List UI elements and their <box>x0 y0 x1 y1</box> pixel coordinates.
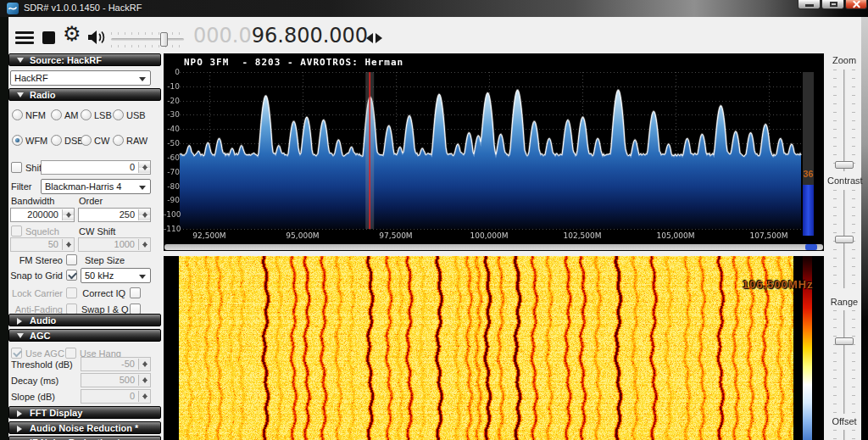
sdrsharp-app: SDR# v1.0.0.1450 - HackRF ⚙ 000.096.800.… <box>0 0 868 440</box>
menu-button[interactable] <box>15 31 34 44</box>
window-title: SDR# v1.0.0.1450 - HackRF <box>24 3 142 13</box>
correct-iq-checkbox[interactable] <box>130 287 141 298</box>
slope-label: Slope (dB) <box>11 392 55 402</box>
slope-input[interactable]: 0 <box>81 389 151 404</box>
y-axis-label: -110 <box>164 225 180 233</box>
band-scrollbar-thumb[interactable] <box>805 244 817 250</box>
contrast-slider-thumb[interactable] <box>835 236 854 243</box>
fm-stereo-checkbox[interactable] <box>66 254 77 265</box>
order-input[interactable]: 250 <box>78 208 151 222</box>
offset-slider[interactable] <box>827 430 861 440</box>
cw-shift-input[interactable]: 1000 <box>78 237 151 252</box>
waterfall-canvas[interactable] <box>164 256 824 440</box>
filter-dropdown[interactable]: Blackman-Harris 4 <box>41 179 151 194</box>
frequency-leading-zeros: 000.0 <box>193 24 252 47</box>
fm-stereo-label: FM Stereo <box>8 255 63 265</box>
y-axis-label: -80 <box>164 182 180 191</box>
radio-mode-wfm[interactable] <box>12 135 23 146</box>
zoom-slider-label: Zoom <box>827 55 861 65</box>
use-hang-checkbox[interactable] <box>65 348 76 359</box>
bandwidth-input[interactable]: 200000 <box>10 208 75 222</box>
panel-header-if-noise-reduction[interactable]: IF Noise Reduction * <box>8 436 161 440</box>
squelch-label: Squelch <box>25 226 59 237</box>
order-label: Order <box>79 196 103 206</box>
decay-input[interactable]: 500 <box>81 373 151 387</box>
radio-mode-lsb[interactable] <box>81 109 92 120</box>
threshold-input[interactable]: -50 <box>81 357 151 371</box>
x-axis-label: 107,500M <box>750 231 788 240</box>
spectrum-panel: NPO 3FM - 8203 - AVROTROS: Herman 0-10-2… <box>164 53 824 251</box>
x-axis-label: 102,500M <box>564 231 602 240</box>
shift-input[interactable]: 0 <box>41 160 151 175</box>
x-axis-label: 95,000M <box>286 231 319 240</box>
contrast-slider-label: Contrast <box>827 175 861 186</box>
threshold-label: Threshold (dB) <box>11 359 73 370</box>
contrast-slider[interactable] <box>827 190 861 288</box>
waterfall-frequency-label: 106,500MHz <box>743 278 814 291</box>
y-axis-label: -10 <box>164 82 180 91</box>
y-axis-label: -50 <box>164 139 180 148</box>
y-axis-label: 0 <box>164 68 180 76</box>
speaker-icon[interactable] <box>86 28 107 47</box>
frequency-display[interactable]: 000.096.800.000 <box>193 24 368 51</box>
panel-header-agc[interactable]: AGC <box>8 329 161 342</box>
use-agc-checkbox[interactable] <box>11 348 22 359</box>
chevron-down-icon <box>139 275 146 279</box>
zoom-slider-thumb[interactable] <box>835 161 854 169</box>
snap-to-grid-label: Snap to Grid <box>8 270 63 281</box>
radio-mode-nfm-label: NFM <box>25 110 46 120</box>
bandwidth-label: Bandwidth <box>11 196 54 206</box>
squelch-checkbox[interactable] <box>11 226 22 237</box>
panel-header-fft-display[interactable]: FFT Display <box>8 406 161 419</box>
rds-text: NPO 3FM - 8203 - AVROTROS: Herman <box>184 57 403 68</box>
settings-gear-icon[interactable]: ⚙ <box>63 24 81 44</box>
correct-iq-label: Correct IQ <box>81 288 125 298</box>
range-slider-thumb[interactable] <box>835 337 854 345</box>
range-slider[interactable] <box>827 310 861 414</box>
panel-header-audio[interactable]: Audio <box>8 314 161 326</box>
x-axis-label: 97,500M <box>379 231 412 240</box>
volume-slider-thumb[interactable] <box>160 32 168 47</box>
source-device-dropdown[interactable]: HackRF <box>10 70 151 86</box>
snap-to-grid-checkbox[interactable] <box>66 270 77 281</box>
lock-carrier-checkbox[interactable] <box>66 287 77 298</box>
band-scrollbar[interactable] <box>164 244 823 250</box>
range-slider-label: Range <box>827 297 861 307</box>
radio-mode-dsb[interactable] <box>51 135 62 146</box>
radio-mode-am[interactable] <box>51 109 62 120</box>
volume-slider[interactable] <box>111 38 184 41</box>
spectrum-canvas[interactable] <box>164 53 824 251</box>
close-button[interactable] <box>845 0 867 9</box>
minimize-button[interactable] <box>798 0 821 9</box>
chevron-down-icon <box>139 77 146 81</box>
shift-checkbox[interactable] <box>11 162 22 173</box>
volume-ticks-top <box>111 32 184 35</box>
panel-header-source[interactable]: Source: HackRF <box>8 53 161 66</box>
stop-button[interactable] <box>42 31 55 44</box>
zoom-slider[interactable] <box>827 70 861 171</box>
radio-mode-cw[interactable] <box>81 135 92 146</box>
maximize-button[interactable] <box>821 0 844 9</box>
frequency-step-arrows[interactable] <box>366 33 385 43</box>
radio-mode-am-label: AM <box>64 110 79 120</box>
radio-mode-wfm-label: WFM <box>25 136 47 146</box>
radio-mode-cw-label: CW <box>94 136 109 146</box>
step-size-dropdown[interactable]: 50 kHz <box>81 268 151 283</box>
radio-mode-raw[interactable] <box>113 135 124 146</box>
panel-header-radio[interactable]: Radio <box>8 88 161 101</box>
radio-mode-nfm[interactable] <box>12 109 23 120</box>
panel-header-audio-noise-reduction[interactable]: Audio Noise Reduction * <box>8 421 161 434</box>
chevron-down-icon <box>139 186 146 190</box>
frequency-step-up-icon[interactable] <box>376 33 382 43</box>
app-icon <box>7 3 19 14</box>
frequency-step-down-icon[interactable] <box>366 33 373 43</box>
radio-mode-usb[interactable] <box>113 109 124 120</box>
y-axis-label: -20 <box>164 97 180 105</box>
squelch-input[interactable]: 50 <box>10 237 75 252</box>
window-right-border <box>861 17 868 440</box>
x-axis-label: 92,500M <box>192 231 225 240</box>
x-axis-label: 105,000M <box>657 231 695 240</box>
cw-shift-label: CW Shift <box>79 226 115 237</box>
y-axis-label: -30 <box>164 110 180 119</box>
radio-mode-raw-label: RAW <box>126 136 147 146</box>
